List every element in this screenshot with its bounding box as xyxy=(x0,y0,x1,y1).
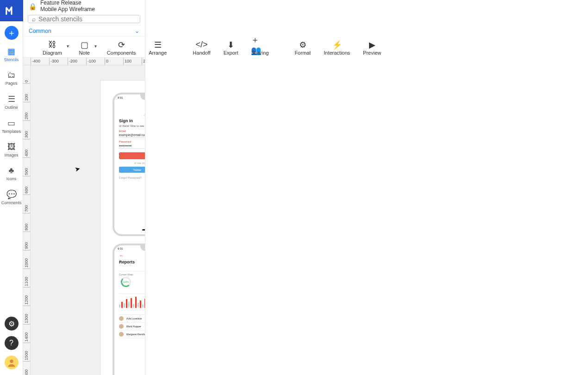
screen-signin[interactable]: 9:31••• Company Name Sign In Hi there! N… xyxy=(113,93,145,236)
chevron-down-icon: ⌄ xyxy=(135,28,139,34)
twitter-button: 🐦 Twitter xyxy=(119,167,145,173)
lock-icon[interactable]: 🔒 xyxy=(29,3,37,10)
ruler-horizontal: -400-300-200-100010020030040050060070080… xyxy=(23,58,145,65)
tool-interactions[interactable]: ⚡Interactions xyxy=(324,40,350,56)
arrange-icon: ☰ xyxy=(154,40,162,50)
tool-diagram[interactable]: ⛓Diagram xyxy=(43,40,62,56)
icons-icon: ♣ xyxy=(9,166,14,175)
outline-icon: ☰ xyxy=(8,94,15,104)
format-icon: ⚙ xyxy=(299,40,307,50)
note-caret[interactable]: ▾ xyxy=(94,44,97,49)
user-avatar[interactable] xyxy=(5,356,19,369)
rail-pages[interactable]: 🗂Pages xyxy=(1,69,22,88)
pages-icon: 🗂 xyxy=(7,70,16,80)
canvas[interactable]: Create Account Continue Reports Customer… xyxy=(31,65,145,375)
note-icon: ▢ xyxy=(81,40,88,50)
project-name: Feature Release xyxy=(40,0,95,6)
export-icon: ⬇ xyxy=(227,40,234,50)
help-icon[interactable]: ? xyxy=(5,336,19,350)
stencils-icon: ▦ xyxy=(7,46,15,56)
main-area: ⛓Diagram ▾ ▢Note ▾ ⟳Components ☰Arrange … xyxy=(23,37,145,375)
back-icon: ← xyxy=(119,253,124,258)
rail-stencils[interactable]: ▦Stencils xyxy=(1,44,22,64)
handoff-icon: </> xyxy=(195,40,207,50)
tool-preview[interactable]: ▶Preview xyxy=(363,40,381,56)
top-toolbar: ⛓Diagram ▾ ▢Note ▾ ⟳Components ☰Arrange … xyxy=(23,37,145,58)
sharing-icon: ＋👥 xyxy=(251,40,269,50)
search-icon: ⌕ xyxy=(32,15,36,23)
rail-templates[interactable]: ▭Templates xyxy=(1,116,22,136)
comments-icon: 💬 xyxy=(6,189,17,200)
tool-handoff[interactable]: </>Handoff xyxy=(193,40,210,56)
search-input[interactable] xyxy=(38,15,136,23)
svg-point-0 xyxy=(10,360,13,363)
search-stencils[interactable]: ⌕ xyxy=(28,15,140,23)
diagram-caret[interactable]: ▾ xyxy=(67,44,69,49)
templates-icon: ▭ xyxy=(7,118,15,128)
tool-format[interactable]: ⚙Format xyxy=(294,40,311,56)
diagram-icon: ⛓ xyxy=(48,40,56,50)
rail-comments[interactable]: 💬Comments xyxy=(1,188,22,207)
stencil-panel: 🔒 Feature Release Mobile App Wireframe ⌕… xyxy=(23,0,145,375)
interactions-icon: ⚡ xyxy=(332,40,342,50)
cursor-icon: ➤ xyxy=(74,164,81,173)
ruler-vertical: 0100200300400500600700800900100011001200… xyxy=(23,65,31,375)
screen-reports[interactable]: 9:31••• ← Reports Sales Performance Curr… xyxy=(113,244,145,375)
left-rail: ＋ ▦Stencils 🗂Pages ☰Outline ▭Templates 🖼… xyxy=(0,0,23,375)
tool-export[interactable]: ⬇Export xyxy=(224,40,238,56)
settings-icon[interactable]: ⚙ xyxy=(5,317,19,331)
app-logo[interactable] xyxy=(0,0,23,21)
rail-outline[interactable]: ☰Outline xyxy=(1,92,22,112)
tool-sharing[interactable]: ＋👥Sharing xyxy=(251,40,269,56)
tool-arrange[interactable]: ☰Arrange xyxy=(149,40,167,56)
rail-icons[interactable]: ♣Icons xyxy=(1,164,22,183)
images-icon: 🖼 xyxy=(7,142,16,152)
rail-images[interactable]: 🖼Images xyxy=(1,140,22,159)
signin-button: Sign In xyxy=(119,152,145,159)
add-button[interactable]: ＋ xyxy=(5,26,19,40)
tool-note[interactable]: ▢Note xyxy=(79,40,90,56)
tool-components[interactable]: ⟳Components xyxy=(107,40,136,56)
components-icon: ⟳ xyxy=(118,40,125,50)
preview-icon: ▶ xyxy=(369,40,375,50)
section-common[interactable]: Common⌄ xyxy=(23,26,145,36)
document-title: 🔒 Feature Release Mobile App Wireframe xyxy=(23,0,145,13)
artboard[interactable]: 9:31••• Company Name Sign In Hi there! N… xyxy=(100,80,145,375)
document-name: Mobile App Wireframe xyxy=(40,6,95,13)
